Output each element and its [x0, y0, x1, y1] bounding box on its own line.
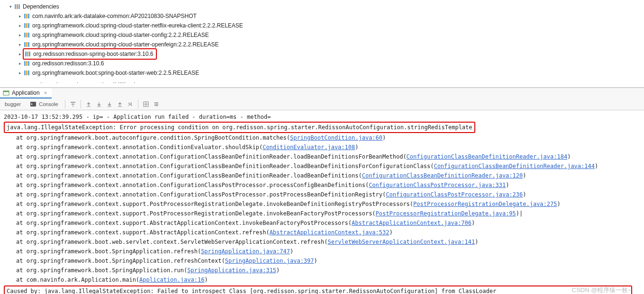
debugger-button[interactable]: bugger: [2, 100, 24, 108]
up-stack-icon[interactable]: [85, 100, 92, 108]
svg-rect-16: [27, 52, 28, 56]
svg-rect-0: [15, 4, 16, 9]
tree-item-label: org.springframework.cloud:spring-cloud-s…: [32, 21, 243, 30]
source-link[interactable]: SpringApplication.java:315: [187, 267, 276, 274]
chevron-right-icon[interactable]: ▸: [17, 68, 23, 78]
source-link[interactable]: ConfigurationClassPostProcessor.java:236: [386, 191, 523, 198]
console-button[interactable]: Console: [27, 99, 61, 109]
console-icon: [29, 100, 37, 108]
up-icon[interactable]: [116, 100, 124, 108]
caused-by-highlight: Caused by: java.lang.IllegalStateExcepti…: [4, 285, 632, 294]
source-link[interactable]: SpringBootCondition.java:60: [290, 134, 382, 141]
tree-item-label: org.springframework.boot:spring-boot-sta…: [32, 68, 199, 78]
tree-item[interactable]: ▸org.springframework.cloud:spring-cloud-…: [8, 40, 644, 49]
stack-frame: at org.springframework.context.annotatio…: [4, 152, 640, 161]
source-link[interactable]: ConfigurationClassBeanDefinitionReader.j…: [434, 163, 595, 169]
stack-frame: at org.springframework.context.support.A…: [4, 228, 640, 237]
source-link[interactable]: Application.java:16: [139, 276, 204, 283]
library-icon: [24, 41, 30, 48]
svg-rect-2: [18, 4, 20, 9]
source-link[interactable]: ConditionEvaluator.java:108: [263, 144, 355, 151]
source-link[interactable]: ServletWebServerApplicationContext.java:…: [327, 239, 475, 245]
stack-frame: at org.springframework.boot.SpringApplic…: [4, 247, 640, 256]
chevron-right-icon[interactable]: ▸: [17, 30, 23, 40]
stack-frame: at org.springframework.context.annotatio…: [4, 190, 640, 199]
exception-highlight: java.lang.IllegalStateException: Error p…: [4, 122, 475, 133]
chevron-right-icon[interactable]: ▸: [17, 59, 23, 68]
chevron-right-icon[interactable]: ▸: [17, 21, 23, 30]
tab-label: Application: [12, 89, 40, 96]
tab-application[interactable]: Application ×: [0, 88, 52, 98]
chevron-down-icon[interactable]: ▾: [8, 2, 13, 11]
source-link[interactable]: ConfigurationClassBeanDefinitionReader.j…: [362, 172, 523, 179]
down-icon-2[interactable]: [106, 100, 113, 108]
console-toolbar: bugger Console: [0, 98, 644, 110]
highlighted-dependency: org.redisson:redisson-spring-boot-starte…: [23, 48, 157, 60]
dependencies-tree: ▾ Dependencies ▸com.navinfo.ark:ark-data…: [0, 0, 644, 88]
chevron-right-icon[interactable]: ▸: [17, 49, 23, 59]
source-link[interactable]: SpringApplication.java:397: [225, 258, 314, 264]
source-link[interactable]: AbstractApplicationContext.java:706: [352, 220, 472, 226]
tree-item[interactable]: ▸org.springframework.cloud:spring-cloud-…: [8, 30, 644, 40]
library-icon: [24, 32, 30, 38]
stack-frame: at org.springframework.boot.autoconfigur…: [4, 133, 640, 143]
exception-line: java.lang.IllegalStateException: Error p…: [4, 122, 640, 133]
svg-rect-23: [28, 71, 29, 75]
console-output[interactable]: 2023-10-17 13:52:39.295 - ip= - Applicat…: [0, 110, 644, 294]
tree-item-label: org.redisson:redisson:3.10.6: [32, 59, 104, 68]
chevron-right-icon[interactable]: ▸: [17, 40, 23, 49]
caused-by-line: Caused by: java.lang.IllegalStateExcepti…: [4, 285, 640, 294]
application-icon: [3, 89, 9, 96]
library-icon: [25, 51, 31, 57]
svg-rect-3: [24, 14, 26, 18]
log-line: 2023-10-17 13:52:39.295 - ip= - Applicat…: [4, 112, 640, 122]
stack-frame: at org.springframework.context.support.P…: [4, 209, 640, 218]
svg-rect-10: [26, 33, 27, 37]
source-link[interactable]: ConfigurationClassPostProcessor.java:331: [369, 182, 506, 188]
svg-rect-7: [26, 23, 27, 28]
source-link[interactable]: ConfigurationClassBeanDefinitionReader.j…: [407, 153, 568, 160]
tool-tab-bar: Application ×: [0, 88, 644, 98]
list-icon[interactable]: [153, 100, 160, 108]
svg-rect-13: [26, 42, 27, 47]
tree-item[interactable]: ▸org.redisson:redisson-spring-boot-start…: [8, 49, 644, 59]
svg-rect-6: [24, 23, 26, 28]
source-link[interactable]: PostProcessorRegistrationDelegate.java:2…: [413, 201, 557, 207]
stack-frame: at org.springframework.boot.SpringApplic…: [4, 256, 640, 266]
source-link[interactable]: PostProcessorRegistrationDelegate.java:9…: [376, 210, 516, 217]
close-icon[interactable]: ×: [44, 90, 47, 96]
separator: [138, 100, 138, 108]
svg-rect-9: [24, 33, 26, 37]
svg-rect-5: [28, 14, 29, 18]
separator: [65, 100, 65, 108]
svg-rect-11: [28, 33, 29, 37]
source-link[interactable]: SpringApplication.java:747: [201, 248, 290, 255]
tree-item-label: org.springframework.cloud:spring-cloud-s…: [32, 30, 209, 40]
filter-icon[interactable]: [69, 100, 77, 108]
svg-rect-1: [17, 4, 18, 9]
stack-frame: at org.springframework.context.support.A…: [4, 218, 640, 228]
svg-rect-12: [24, 42, 26, 47]
svg-rect-8: [28, 23, 29, 28]
grid-icon[interactable]: [142, 100, 150, 108]
step-icon[interactable]: [127, 100, 134, 108]
tree-item[interactable]: ▸com.navinfo.ark:ark-datalake-common:AP2…: [8, 11, 644, 21]
chevron-right-icon[interactable]: ▸: [17, 11, 23, 21]
source-link[interactable]: AbstractApplicationContext.java:532: [270, 229, 390, 236]
stack-frame: at org.springframework.context.annotatio…: [4, 180, 640, 190]
stack-frame: at org.springframework.boot.SpringApplic…: [4, 266, 640, 275]
stack-frame: at org.springframework.boot.web.servlet.…: [4, 237, 640, 247]
stack-frame: at org.springframework.context.annotatio…: [4, 171, 640, 180]
svg-rect-14: [28, 42, 29, 47]
tree-item[interactable]: ▸org.redisson:redisson:3.10.6: [8, 59, 644, 68]
tree-item[interactable]: ▸org.springframework.boot:spring-boot-st…: [8, 68, 644, 78]
svg-rect-17: [29, 52, 30, 56]
tree-root-row[interactable]: ▾ Dependencies: [8, 2, 644, 11]
svg-rect-25: [3, 91, 9, 92]
down-icon[interactable]: [95, 100, 103, 108]
stack-frame: at org.springframework.context.annotatio…: [4, 161, 640, 171]
tree-item[interactable]: ▸org.springframework.cloud:spring-cloud-…: [8, 21, 644, 30]
tree-item-label: org.redisson:redisson-spring-boot-starte…: [33, 49, 153, 59]
svg-rect-21: [24, 71, 26, 75]
separator: [81, 100, 81, 108]
